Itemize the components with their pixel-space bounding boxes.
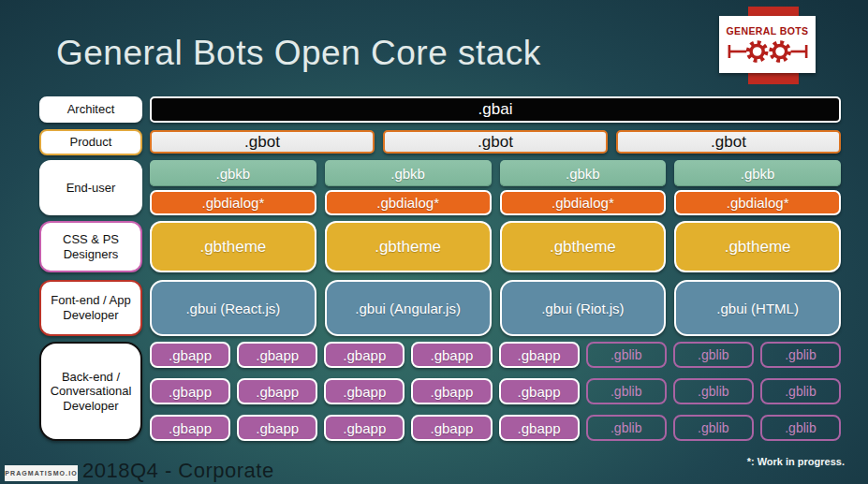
role-label-text: Architect bbox=[67, 102, 115, 117]
gbdialog-block: .gbdialog* bbox=[500, 190, 667, 215]
gbapp-block: .gbapp bbox=[150, 415, 230, 441]
role-label-product: Product bbox=[39, 129, 142, 155]
pragmatismo-badge: PRAGMATISMO.IO bbox=[5, 465, 78, 481]
gblib-block: .gblib bbox=[586, 342, 667, 368]
row-gbapp-2: .gbapp .gbapp .gbapp .gbapp .gbapp .gbli… bbox=[150, 378, 841, 404]
gbapp-block: .gbapp bbox=[411, 415, 492, 441]
gbkb-block: .gbkb bbox=[674, 160, 841, 186]
gbapp-block: .gbapp bbox=[324, 415, 405, 441]
gears-icon bbox=[727, 38, 809, 65]
gbui-block: .gbui (Riot.js) bbox=[500, 280, 667, 336]
gblib-block: .gblib bbox=[586, 378, 667, 404]
gbapp-block: .gbapp bbox=[499, 378, 580, 404]
gbapp-block: .gbapp bbox=[150, 342, 230, 368]
gbtheme-block: .gbtheme bbox=[325, 221, 492, 272]
gbot-block: .gbot bbox=[616, 130, 841, 154]
gblib-block: .gblib bbox=[673, 378, 754, 404]
row-gbot: .gbot .gbot .gbot bbox=[150, 130, 841, 154]
slide-footer-label: 2018Q4 - Corporate bbox=[82, 459, 274, 483]
gblib-block: .gblib bbox=[586, 415, 667, 441]
gblib-block: .gblib bbox=[760, 415, 841, 441]
gbapp-block: .gbapp bbox=[324, 378, 405, 404]
gbapp-block: .gbapp bbox=[237, 378, 317, 404]
gbdialog-block: .gbdialog* bbox=[325, 190, 492, 215]
role-label-architect: Architect bbox=[39, 96, 142, 123]
gbapp-block: .gbapp bbox=[499, 342, 580, 368]
role-label-backend-conversational-developer: Back-end / Conversational Developer bbox=[39, 342, 142, 441]
gbkb-block: .gbkb bbox=[325, 160, 492, 186]
gblib-block: .gblib bbox=[673, 342, 754, 368]
gbot-block: .gbot bbox=[150, 130, 375, 154]
gbapp-block: .gbapp bbox=[150, 378, 230, 404]
general-bots-logo: GENERAL BOTS bbox=[719, 16, 816, 73]
gbot-block: .gbot bbox=[383, 130, 608, 154]
gblib-block: .gblib bbox=[673, 415, 754, 441]
role-label-css-ps-designers: CSS & PS Designers bbox=[39, 221, 142, 272]
gbtheme-block: .gbtheme bbox=[500, 221, 667, 272]
slide: General Bots Open Core stack GENERAL BOT… bbox=[0, 0, 868, 484]
gbapp-block: .gbapp bbox=[237, 415, 317, 441]
gbapp-block: .gbapp bbox=[499, 415, 580, 441]
work-in-progress-note: *: Work in progress. bbox=[747, 456, 845, 467]
gbtheme-block: .gbtheme bbox=[674, 221, 841, 272]
gbdialog-block: .gbdialog* bbox=[150, 190, 316, 215]
gbdialog-block: .gbdialog* bbox=[674, 190, 841, 215]
role-label-text: Font-end / App Developer bbox=[41, 293, 140, 322]
gblib-block: .gblib bbox=[760, 342, 841, 368]
logo-brand-text: GENERAL BOTS bbox=[726, 25, 808, 37]
gbapp-block: .gbapp bbox=[237, 342, 317, 368]
role-label-end-user: End-user bbox=[39, 160, 142, 215]
row-gbai: .gbai bbox=[150, 96, 841, 123]
row-gbtheme: .gbtheme .gbtheme .gbtheme .gbtheme bbox=[150, 221, 841, 272]
gbapp-block: .gbapp bbox=[411, 378, 492, 404]
role-label-text: End-user bbox=[66, 181, 116, 196]
gbapp-block: .gbapp bbox=[411, 342, 492, 368]
row-gbapp-3: .gbapp .gbapp .gbapp .gbapp .gbapp .gbli… bbox=[150, 415, 841, 441]
gbapp-block: .gbapp bbox=[324, 342, 405, 368]
gbkb-block: .gbkb bbox=[150, 160, 316, 186]
gblib-block: .gblib bbox=[760, 378, 841, 404]
row-gbkb: .gbkb .gbkb .gbkb .gbkb bbox=[150, 160, 841, 186]
role-label-text: Product bbox=[70, 135, 112, 150]
gbui-block: .gbui (Angular.js) bbox=[325, 280, 492, 336]
role-label-text: CSS & PS Designers bbox=[41, 232, 140, 261]
gbtheme-block: .gbtheme bbox=[150, 221, 316, 272]
gbkb-block: .gbkb bbox=[500, 160, 667, 186]
role-label-frontend-app-developer: Font-end / App Developer bbox=[39, 280, 142, 336]
gbui-block: .gbui (React.js) bbox=[150, 280, 316, 336]
page-title: General Bots Open Core stack bbox=[56, 34, 541, 73]
gbui-block: .gbui (HTML) bbox=[674, 280, 841, 336]
row-gbapp-1: .gbapp .gbapp .gbapp .gbapp .gbapp .gbli… bbox=[150, 342, 841, 368]
role-label-text: Back-end / Conversational Developer bbox=[47, 370, 135, 414]
row-gbui: .gbui (React.js) .gbui (Angular.js) .gbu… bbox=[150, 280, 841, 336]
gbai-block: .gbai bbox=[150, 96, 841, 123]
row-gbdialog: .gbdialog* .gbdialog* .gbdialog* .gbdial… bbox=[150, 190, 841, 215]
